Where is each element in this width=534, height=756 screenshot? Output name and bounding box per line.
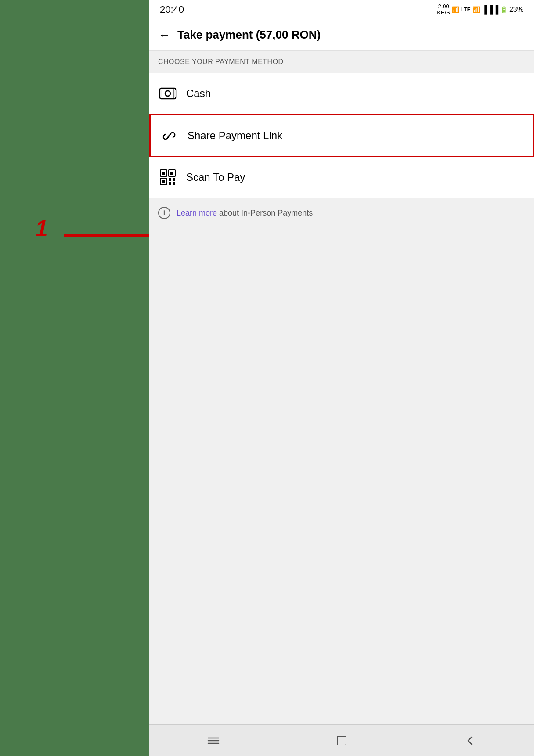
svg-rect-13: [173, 178, 175, 181]
status-bar: 20:40 2.00KB/S 📶 LTE 📶 ▐▐▐ 🔋 23%: [149, 0, 534, 19]
status-time: 20:40: [160, 4, 184, 15]
svg-rect-11: [162, 180, 165, 183]
empty-content-area: [149, 228, 534, 724]
battery-percent: 23%: [509, 6, 523, 14]
wifi-icon: 📶: [452, 6, 459, 13]
svg-rect-19: [337, 736, 346, 745]
svg-rect-3: [173, 90, 176, 97]
data-icon: LTE: [461, 7, 471, 13]
section-header-text: CHOOSE YOUR PAYMENT METHOD: [158, 58, 284, 65]
svg-rect-12: [169, 178, 171, 181]
page-header: ← Take payment (57,00 RON): [149, 19, 534, 51]
signal-bars2-icon: ▐▐▐: [482, 5, 498, 14]
link-icon: [159, 126, 179, 145]
status-icons: 2.00KB/S 📶 LTE 📶 ▐▐▐ 🔋 23%: [437, 4, 523, 16]
back-button[interactable]: ←: [158, 28, 170, 42]
info-icon: i: [158, 207, 170, 219]
back-nav-icon: [464, 734, 476, 747]
signal-bars-icon: 📶: [473, 6, 480, 13]
svg-rect-9: [170, 172, 173, 175]
info-suffix: about In-Person Payments: [217, 209, 313, 217]
navigation-bar: [149, 724, 534, 756]
annotation-label: 1: [35, 215, 48, 241]
payment-option-share-link[interactable]: Share Payment Link: [149, 114, 534, 157]
cash-label: Cash: [186, 87, 211, 100]
svg-rect-7: [162, 172, 165, 175]
payment-options-list: Cash Share Payment Link: [149, 73, 534, 198]
phone-screen: 20:40 2.00KB/S 📶 LTE 📶 ▐▐▐ 🔋 23% ← Take …: [149, 0, 534, 756]
svg-rect-14: [169, 182, 171, 185]
nav-home-button[interactable]: [328, 732, 355, 749]
svg-rect-2: [160, 90, 162, 97]
menu-icon: [206, 734, 220, 748]
nav-menu-button[interactable]: [200, 732, 227, 749]
info-section: i Learn more about In-Person Payments: [149, 198, 534, 228]
payment-option-cash[interactable]: Cash: [149, 73, 534, 114]
qr-icon: [158, 168, 177, 187]
scan-to-pay-label: Scan To Pay: [186, 171, 245, 184]
info-text: Learn more about In-Person Payments: [177, 209, 313, 218]
share-link-label: Share Payment Link: [188, 130, 282, 142]
speed-indicator: 2.00KB/S: [437, 4, 450, 16]
learn-more-link[interactable]: Learn more: [177, 209, 217, 217]
svg-point-1: [165, 91, 170, 96]
nav-back-button[interactable]: [457, 732, 483, 749]
svg-rect-15: [173, 182, 175, 185]
cash-icon: [158, 84, 177, 103]
battery-icon: 🔋: [500, 6, 508, 13]
home-icon: [336, 734, 348, 747]
payment-option-scan-to-pay[interactable]: Scan To Pay: [149, 157, 534, 198]
section-header: CHOOSE YOUR PAYMENT METHOD: [149, 51, 534, 73]
page-title: Take payment (57,00 RON): [177, 28, 321, 42]
